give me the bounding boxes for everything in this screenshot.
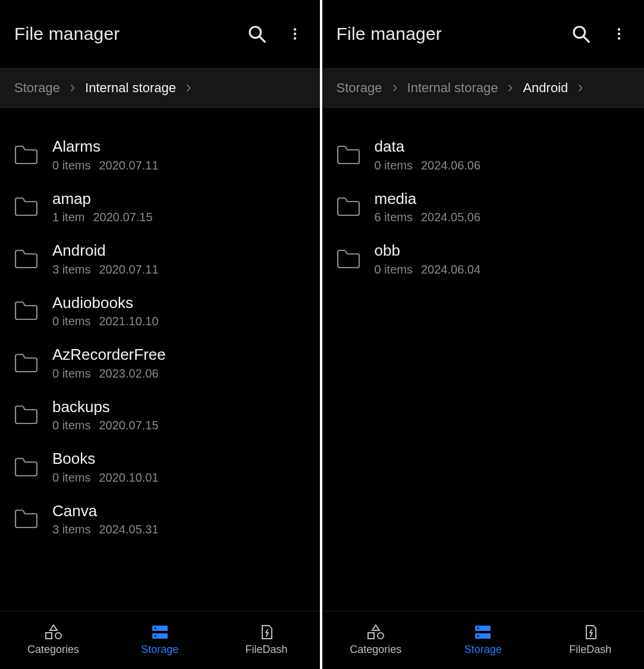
app-header: File manager: [322, 0, 645, 68]
list-item[interactable]: Canva3 items2024.05.31: [0, 493, 320, 545]
chevron-right-icon: [504, 81, 517, 95]
item-meta: 3 items2024.05.31: [52, 523, 159, 536]
breadcrumb-item[interactable]: Android: [523, 80, 568, 96]
right-screenshot: File manager StorageInternal storageAndr…: [322, 0, 645, 669]
nav-filedash[interactable]: FileDash: [213, 611, 319, 669]
folder-icon: [14, 197, 38, 216]
item-name: AzRecorderFree: [52, 345, 166, 365]
nav-storage[interactable]: Storage: [429, 611, 537, 669]
search-icon[interactable]: [570, 23, 592, 45]
item-meta: 1 item2020.07.15: [52, 211, 153, 224]
folder-icon: [14, 457, 38, 476]
nav-label: Categories: [350, 643, 401, 656]
folder-icon: [14, 509, 38, 528]
nav-label: Storage: [464, 643, 502, 656]
chevron-right-icon: [574, 81, 587, 95]
more-icon[interactable]: [608, 23, 630, 45]
nav-storage[interactable]: Storage: [106, 611, 213, 669]
list-item[interactable]: Books0 items2020.10.01: [0, 441, 320, 493]
storage-icon: [474, 624, 492, 640]
more-icon[interactable]: [284, 23, 306, 45]
nav-filedash[interactable]: FileDash: [537, 611, 645, 669]
search-icon[interactable]: [246, 23, 268, 45]
item-meta: 6 items2024.05.06: [375, 211, 481, 224]
breadcrumb-item[interactable]: Storage: [337, 80, 382, 96]
list-item[interactable]: backups0 items2020.07.15: [0, 389, 320, 441]
nav-label: FileDash: [569, 643, 611, 656]
list-item[interactable]: amap1 item2020.07.15: [0, 181, 320, 233]
breadcrumb-item[interactable]: Internal storage: [407, 80, 498, 96]
app-header: File manager: [0, 0, 320, 68]
storage-icon: [151, 624, 169, 640]
list-item[interactable]: media6 items2024.05.06: [322, 181, 645, 233]
item-meta: 0 items2020.07.11: [52, 159, 159, 172]
categories-icon: [367, 624, 385, 640]
nav-label: FileDash: [245, 643, 287, 656]
chevron-right-icon: [388, 81, 401, 95]
nav-label: Categories: [27, 643, 79, 656]
chevron-right-icon: [182, 81, 195, 95]
item-name: Android: [52, 241, 159, 260]
item-meta: 0 items2023.02.06: [52, 367, 166, 381]
list-item[interactable]: AzRecorderFree0 items2023.02.06: [0, 337, 320, 389]
bottom-nav: CategoriesStorageFileDash: [322, 611, 645, 669]
nav-categories[interactable]: Categories: [0, 611, 106, 669]
item-meta: 0 items2020.10.01: [52, 471, 159, 485]
item-name: Alarms: [52, 137, 159, 156]
breadcrumb-item[interactable]: Storage: [14, 80, 60, 96]
item-meta: 3 items2020.07.11: [52, 263, 159, 277]
folder-icon: [14, 145, 38, 164]
item-meta: 0 items2024.06.04: [375, 263, 481, 277]
left-screenshot: File manager StorageInternal storage Ala…: [0, 0, 322, 669]
folder-icon: [337, 145, 360, 164]
folder-icon: [14, 353, 38, 372]
categories-icon: [45, 624, 62, 640]
item-name: data: [375, 137, 481, 156]
nav-label: Storage: [141, 643, 178, 656]
bottom-nav: CategoriesStorageFileDash: [0, 611, 320, 669]
list-item[interactable]: Alarms0 items2020.07.11: [0, 128, 320, 181]
nav-categories[interactable]: Categories: [322, 611, 430, 669]
chevron-right-icon: [66, 81, 79, 95]
item-name: media: [375, 189, 481, 209]
folder-icon: [14, 249, 38, 268]
filedash-icon: [582, 624, 599, 640]
folder-icon: [337, 249, 360, 268]
folder-icon: [14, 405, 38, 424]
item-meta: 0 items2020.07.15: [52, 419, 159, 432]
app-title: File manager: [14, 24, 239, 44]
list-item[interactable]: Audiobooks0 items2021.10.10: [0, 285, 320, 337]
file-list: Alarms0 items2020.07.11amap1 item2020.07…: [0, 108, 320, 611]
app-title: File manager: [337, 24, 564, 44]
item-name: obb: [375, 241, 481, 260]
item-name: Canva: [52, 501, 159, 521]
breadcrumb: StorageInternal storage: [0, 68, 320, 108]
item-name: Books: [52, 449, 159, 469]
item-name: backups: [52, 397, 159, 417]
breadcrumb: StorageInternal storageAndroid: [322, 68, 645, 108]
folder-icon: [337, 197, 360, 216]
file-list: data0 items2024.06.06media6 items2024.05…: [322, 108, 645, 611]
list-item[interactable]: obb0 items2024.06.04: [322, 233, 645, 285]
folder-icon: [14, 301, 38, 320]
list-item[interactable]: Android3 items2020.07.11: [0, 233, 320, 285]
item-name: amap: [52, 189, 153, 209]
list-item[interactable]: data0 items2024.06.06: [322, 128, 645, 181]
breadcrumb-item[interactable]: Internal storage: [85, 80, 176, 96]
item-name: Audiobooks: [52, 293, 159, 313]
filedash-icon: [257, 624, 275, 640]
item-meta: 0 items2024.06.06: [375, 159, 481, 172]
item-meta: 0 items2021.10.10: [52, 315, 159, 328]
